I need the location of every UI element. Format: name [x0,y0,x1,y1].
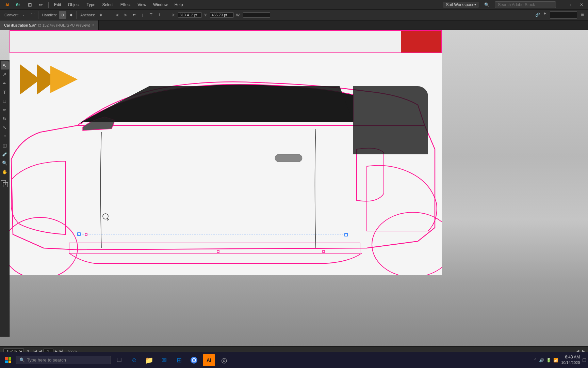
taskbar-system-tray: ⌃ 🔊 🔋 📶 6:43 AM 10/14/2020 □ [534,354,586,365]
hand-tool[interactable]: ✋ [1,168,9,176]
start-button[interactable] [2,354,14,366]
mesh-tool[interactable]: # [1,132,9,140]
direct-select-tool[interactable]: ↗ [1,70,9,78]
svg-rect-16 [9,357,11,360]
chrome-icon[interactable] [187,353,201,367]
convert-group: Convert: ⌐ ⌒ [2,11,38,19]
workspace-selector[interactable]: Saif Workspace [443,2,479,8]
align-v-btn[interactable]: | [139,11,146,19]
svg-marker-2 [50,66,78,93]
maximize-btn[interactable]: □ [569,2,575,7]
chrome-svg [190,356,198,364]
convert-smooth-btn[interactable]: ⌒ [29,11,37,19]
search-placeholder: Type here to search [27,357,66,363]
x-field[interactable] [178,12,202,18]
h-field[interactable] [550,11,577,19]
tab-close-btn[interactable]: × [92,23,94,27]
taskbar-search[interactable]: 🔍 Type here to search [16,356,111,364]
menu-edit[interactable]: Edit [51,2,64,8]
distribute-btn[interactable]: ⫸ [122,11,129,19]
menu-select[interactable]: Select [99,2,116,8]
h-label: H: [543,11,549,19]
svg-rect-5 [85,233,87,235]
explorer-icon[interactable]: 📁 [142,353,156,367]
edge-browser-icon[interactable]: e [127,353,141,367]
car-windshield [81,86,353,122]
notification-icon[interactable]: □ [583,357,586,363]
mail-icon[interactable]: ✉ [157,353,171,367]
document-tab[interactable]: Car illustration 5.ai* @ 152.4% (RGB/GPU… [0,20,99,30]
convert-label: Convert: [3,13,20,17]
toolbox: ↖ ↗ ✒ T □ ✏ ↻ ⤡ # ◫ 💉 🔍 ✋ [0,60,10,337]
eyedropper-tool[interactable]: 💉 [1,150,9,158]
menu-help[interactable]: Help [172,2,186,8]
pen-icon[interactable]: ✏ [36,1,46,8]
artboard: + [10,30,442,275]
anchor-btn[interactable]: ◈ [97,11,104,19]
align-top-btn[interactable]: ⊤ [147,11,155,19]
link-icon[interactable]: 🔗 [534,11,541,19]
anchors-group: Anchors: ◈ [78,11,106,19]
handle-btn2[interactable]: ◆ [67,11,75,19]
convert-corner-btn[interactable]: ⌐ [21,11,28,19]
ai-badge: Ai [203,354,215,366]
menu-effect[interactable]: Effect [118,2,133,8]
shape-tool[interactable]: □ [1,97,9,105]
task-view-btn[interactable]: ❑ [112,353,126,367]
chevron-up-icon[interactable]: ⌃ [534,358,537,363]
settings-icon[interactable]: ◎ [217,353,231,367]
align-bottom-btn[interactable]: ⊥ [156,11,163,19]
selection-tool[interactable]: ↖ [1,61,9,70]
handles-group: Handles: ◇ ◆ [40,11,77,19]
toolbar: Convert: ⌐ ⌒ Handles: ◇ ◆ Anchors: ◈ ⫷ ⫸… [0,10,588,20]
svg-rect-4 [78,233,80,235]
minimize-btn[interactable]: ─ [559,2,566,7]
svg-text:+: + [107,218,109,222]
search-stock-input[interactable] [495,1,556,8]
pen-tool[interactable]: ✒ [1,79,9,87]
align-left-btn[interactable]: ⫷ [113,11,121,19]
align-h-btn[interactable]: ⇔ [130,11,138,19]
system-icons: ⌃ 🔊 🔋 📶 [534,358,558,363]
menu-view[interactable]: View [135,2,149,8]
w-label: W: [235,13,242,17]
battery-icon[interactable]: 🔋 [546,358,551,363]
volume-icon[interactable]: 🔊 [539,358,544,363]
svg-rect-6 [217,250,219,252]
gradient-tool[interactable]: ◫ [1,141,9,149]
svg-point-12 [103,214,108,219]
scale-tool[interactable]: ⤡ [1,123,9,132]
illustrator-icon[interactable]: Ai [202,353,216,367]
ai-app-icon: Ai [3,2,12,7]
transform-more-btn[interactable]: ⊞ [578,11,586,19]
svg-rect-8 [345,233,347,236]
align-group: ⫷ ⫸ ⇔ | ⊤ ⊥ [112,11,165,19]
rotate-tool[interactable]: ↻ [1,114,9,123]
menu-window[interactable]: Window [150,2,170,8]
store-icon[interactable]: ⊞ [172,353,186,367]
menu-type[interactable]: Type [84,2,98,8]
pencil-tool[interactable]: ✏ [1,106,9,114]
close-btn[interactable]: ✕ [578,2,585,7]
svg-point-11 [372,212,442,275]
date-display: 10/14/2020 [561,360,580,365]
fill-stroke-indicator[interactable] [1,180,9,188]
svg-rect-17 [5,361,8,363]
type-tool[interactable]: T [1,88,9,96]
svg-point-10 [10,217,78,275]
svg-rect-18 [9,361,11,363]
grid-icon[interactable]: ⊞ [25,1,35,8]
w-field[interactable] [243,12,270,18]
taskbar: 🔍 Type here to search ❑ e 📁 ✉ ⊞ Ai ◎ ⌃ 🔊… [0,352,588,368]
search-icon: 🔍 [19,357,25,363]
menu-bar: Ai St ⊞ ✏ Edit Object Type Select Effect… [0,0,588,10]
clock[interactable]: 6:43 AM 10/14/2020 [561,354,580,365]
menu-object[interactable]: Object [65,2,83,8]
handles-label: Handles: [41,13,58,17]
zoom-tool[interactable]: 🔍 [1,159,9,167]
tab-bar: Car illustration 5.ai* @ 152.4% (RGB/GPU… [0,20,588,30]
anchors-label: Anchors: [79,13,96,17]
network-icon[interactable]: 📶 [553,358,558,363]
handle-btn1[interactable]: ◇ [59,11,66,19]
y-field[interactable] [210,12,234,18]
